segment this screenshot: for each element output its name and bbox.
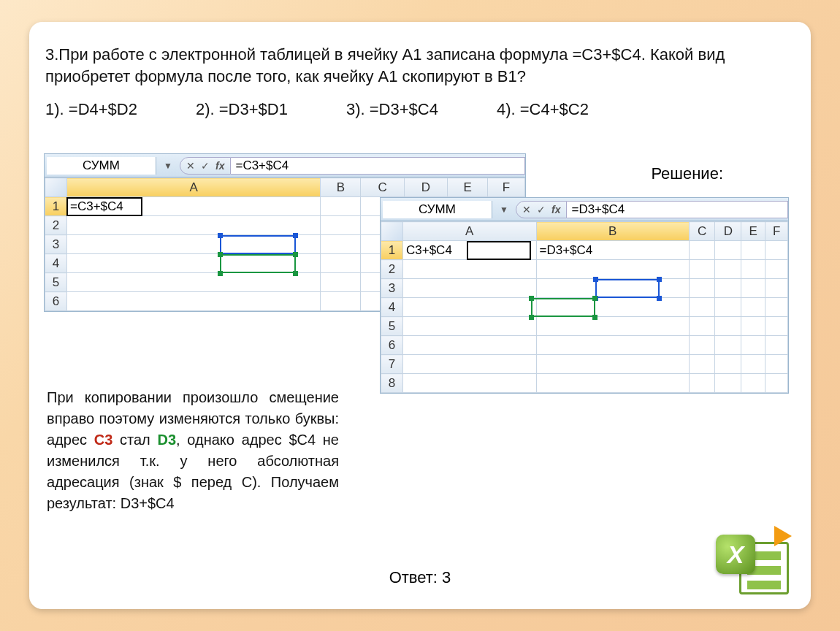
cell[interactable] [765, 279, 788, 298]
namebox-dropdown-icon[interactable]: ▼ [156, 161, 180, 171]
grid[interactable]: A B C D E F 1 C3+$C4 =D3+$C4 2 3 4 5 6 7… [381, 221, 788, 393]
cell[interactable] [536, 298, 689, 317]
col-header[interactable]: F [765, 222, 788, 241]
cell[interactable] [715, 374, 741, 393]
cell[interactable] [536, 355, 689, 374]
row-header[interactable]: 6 [45, 292, 67, 311]
cell[interactable] [715, 317, 741, 336]
col-header[interactable]: B [536, 222, 689, 241]
fx-icon[interactable]: fx [215, 160, 224, 172]
cell[interactable] [765, 241, 788, 260]
cell[interactable] [741, 279, 765, 298]
cell[interactable] [715, 241, 741, 260]
cell[interactable] [321, 273, 361, 292]
col-header[interactable]: C [689, 222, 715, 241]
cell[interactable] [715, 260, 741, 279]
cell[interactable] [765, 374, 788, 393]
namebox-dropdown-icon[interactable]: ▼ [492, 204, 516, 215]
formula-input[interactable]: =C3+$C4 [231, 157, 525, 175]
cell[interactable] [67, 292, 321, 311]
cell[interactable] [689, 355, 715, 374]
row-header[interactable]: 2 [381, 260, 403, 279]
col-header[interactable]: C [361, 178, 404, 197]
cell[interactable] [403, 298, 537, 317]
cell[interactable] [536, 260, 689, 279]
row-header[interactable]: 5 [45, 273, 67, 292]
row-header[interactable]: 3 [45, 235, 67, 254]
row-header[interactable]: 4 [381, 298, 403, 317]
cell[interactable] [689, 279, 715, 298]
cell-a1[interactable]: =C3+$C4 [67, 197, 321, 216]
row-header[interactable]: 1 [45, 197, 67, 216]
col-header[interactable]: E [448, 178, 488, 197]
row-header[interactable]: 1 [381, 241, 403, 260]
cell[interactable] [403, 260, 537, 279]
cell[interactable] [741, 317, 765, 336]
col-header[interactable]: A [67, 178, 321, 197]
cell[interactable] [536, 279, 689, 298]
cell-a1[interactable]: C3+$C4 [403, 241, 537, 260]
select-all-corner[interactable] [45, 178, 67, 197]
cell[interactable] [765, 298, 788, 317]
cell[interactable] [536, 374, 689, 393]
cell[interactable] [67, 216, 321, 235]
col-header[interactable]: B [321, 178, 361, 197]
cell[interactable] [715, 279, 741, 298]
cell[interactable] [67, 254, 321, 273]
row-header[interactable]: 2 [45, 216, 67, 235]
cell[interactable] [741, 336, 765, 355]
cell[interactable] [741, 298, 765, 317]
col-header[interactable]: E [741, 222, 765, 241]
cell[interactable] [689, 298, 715, 317]
cell[interactable] [715, 298, 741, 317]
col-header[interactable]: D [715, 222, 741, 241]
row-header[interactable]: 4 [45, 254, 67, 273]
cell[interactable] [741, 260, 765, 279]
cell[interactable] [403, 336, 537, 355]
row-header[interactable]: 7 [381, 355, 403, 374]
col-header[interactable]: A [403, 222, 537, 241]
cell[interactable] [321, 197, 361, 216]
cell[interactable] [741, 241, 765, 260]
col-header[interactable]: F [488, 178, 525, 197]
cell[interactable] [689, 317, 715, 336]
cell[interactable] [689, 260, 715, 279]
cell-b1[interactable]: =D3+$C4 [536, 241, 689, 260]
cell[interactable] [536, 317, 689, 336]
cell[interactable] [689, 241, 715, 260]
cell[interactable] [765, 336, 788, 355]
cell[interactable] [715, 336, 741, 355]
cell[interactable] [403, 374, 537, 393]
formula-input[interactable]: =D3+$C4 [567, 201, 788, 218]
cell[interactable] [403, 317, 537, 336]
cell[interactable] [741, 374, 765, 393]
enter-icon[interactable]: ✓ [201, 160, 210, 172]
cell[interactable] [765, 355, 788, 374]
name-box[interactable]: СУММ [47, 157, 156, 175]
name-box[interactable]: СУММ [383, 201, 492, 218]
cell[interactable] [765, 317, 788, 336]
cell[interactable] [689, 336, 715, 355]
enter-icon[interactable]: ✓ [537, 204, 546, 215]
cell[interactable] [321, 254, 361, 273]
cell[interactable] [536, 336, 689, 355]
cell[interactable] [321, 216, 361, 235]
fx-icon[interactable]: fx [551, 204, 560, 215]
cell[interactable] [321, 235, 361, 254]
cell[interactable] [403, 279, 537, 298]
cell[interactable] [67, 235, 321, 254]
select-all-corner[interactable] [381, 222, 403, 241]
row-header[interactable]: 8 [381, 374, 403, 393]
row-header[interactable]: 3 [381, 279, 403, 298]
cell[interactable] [689, 374, 715, 393]
row-header[interactable]: 5 [381, 317, 403, 336]
cancel-icon[interactable]: ✕ [522, 204, 531, 215]
cell[interactable] [321, 292, 361, 311]
cell[interactable] [741, 355, 765, 374]
cell[interactable] [403, 355, 537, 374]
cancel-icon[interactable]: ✕ [186, 160, 195, 172]
cell[interactable] [765, 260, 788, 279]
cell[interactable] [67, 273, 321, 292]
row-header[interactable]: 6 [381, 336, 403, 355]
col-header[interactable]: D [404, 178, 447, 197]
